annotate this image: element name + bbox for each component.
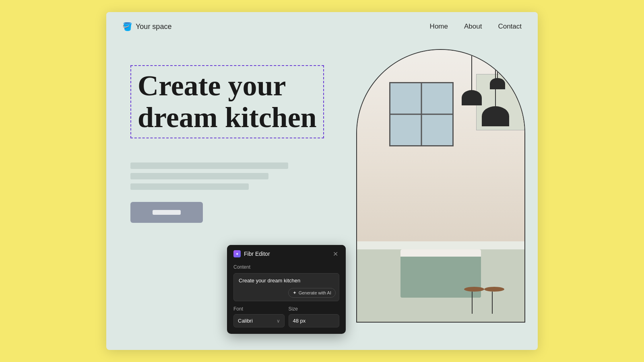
cta-button[interactable] <box>130 202 203 223</box>
content-textarea[interactable]: Create your dream kitchen ✦ Generate wit… <box>233 273 339 301</box>
stool-seat-2 <box>464 287 484 292</box>
main-content: Create your dream kitchen <box>106 41 538 350</box>
hero-text: Create your dream kitchen <box>138 70 317 134</box>
nav-link-about[interactable]: About <box>464 23 482 31</box>
hero-text-selected[interactable]: Create your dream kitchen <box>130 65 324 138</box>
arch-image <box>356 49 525 323</box>
bar-stool-2 <box>464 287 480 314</box>
logo-text: Your space <box>136 23 171 31</box>
generate-label: Generate with AI <box>299 290 331 295</box>
bar-stool-1 <box>484 287 500 314</box>
font-value: Calibri <box>238 318 253 324</box>
editor-title: Fibr Editor <box>244 251 270 257</box>
logo-icon: 🪣 <box>122 22 132 31</box>
editor-panel: ✦ Fibr Editor ✕ Content Create your drea… <box>227 245 346 334</box>
font-size-row: Font Calibri ∨ Size 48 px <box>233 306 339 327</box>
navbar: 🪣 Your space Home About Contact <box>106 12 538 41</box>
cta-wrapper <box>130 202 328 223</box>
arch-container <box>356 49 525 331</box>
content-label: Content <box>233 264 339 270</box>
pendant-shade-1 <box>462 90 482 105</box>
stool-leg-1 <box>492 292 493 314</box>
editor-close-button[interactable]: ✕ <box>331 250 339 258</box>
size-label: Size <box>289 306 340 312</box>
stool-leg-2 <box>472 292 473 314</box>
size-input[interactable]: 48 px <box>289 314 340 327</box>
font-field: Font Calibri ∨ <box>233 306 285 327</box>
editor-title-row: ✦ Fibr Editor <box>233 250 270 257</box>
left-panel: Create your dream kitchen <box>106 41 344 350</box>
nav-link-home[interactable]: Home <box>430 23 448 31</box>
kitchen-window <box>389 82 454 146</box>
font-select[interactable]: Calibri ∨ <box>233 314 285 327</box>
pendant-cord-1 <box>471 50 472 90</box>
placeholder-line-1 <box>130 162 288 169</box>
editor-header: ✦ Fibr Editor ✕ <box>227 245 346 263</box>
placeholder-line-2 <box>130 173 268 179</box>
nav-links: Home About Contact <box>430 23 522 31</box>
right-panel <box>344 41 538 350</box>
fibr-logo-icon: ✦ <box>233 250 241 257</box>
pendant-shade-2 <box>482 106 509 126</box>
stool-seat-1 <box>484 287 504 292</box>
size-field: Size 48 px <box>289 306 340 327</box>
browser-window: 🪣 Your space Home About Contact Create y… <box>106 12 538 350</box>
nav-link-contact[interactable]: Contact <box>498 23 522 31</box>
kitchen-scene <box>357 50 524 322</box>
chevron-down-icon: ∨ <box>277 318 280 324</box>
textarea-wrapper: Create your dream kitchen ✦ Generate wit… <box>233 273 339 301</box>
placeholder-line-3 <box>130 183 249 190</box>
generate-ai-button[interactable]: ✦ Generate with AI <box>288 288 336 298</box>
pendant-cord-3 <box>497 50 498 78</box>
pendant-light-1 <box>462 50 482 105</box>
logo[interactable]: 🪣 Your space <box>122 22 171 31</box>
font-label: Font <box>233 306 285 312</box>
pendant-light-3 <box>490 50 505 89</box>
editor-body: Content Create your dream kitchen ✦ Gene… <box>227 263 346 334</box>
pendant-shade-3 <box>490 78 505 89</box>
cta-button-inner <box>153 210 181 215</box>
ai-icon: ✦ <box>293 290 297 296</box>
placeholder-lines <box>130 162 328 190</box>
